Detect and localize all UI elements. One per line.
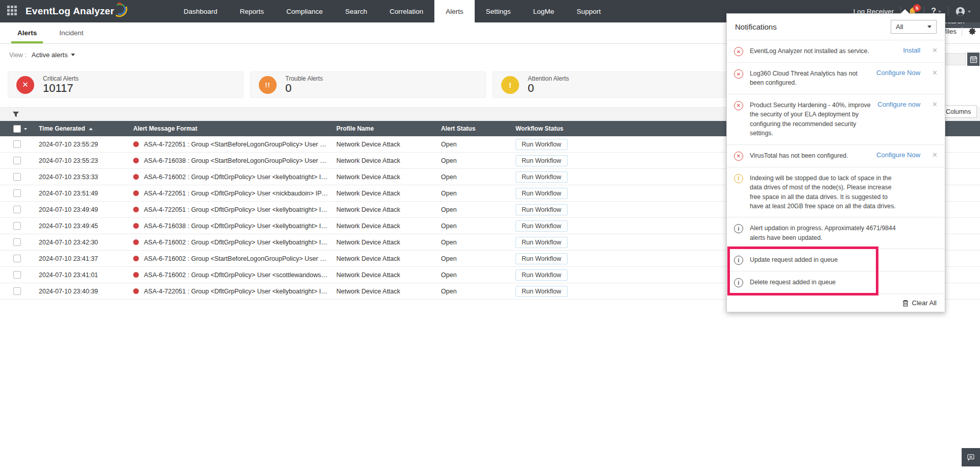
notification-item: i Alert updation in progress. Approximat… bbox=[727, 217, 945, 249]
filter-funnel-icon[interactable] bbox=[12, 111, 19, 118]
header-time-generated[interactable]: Time Generated bbox=[39, 125, 133, 132]
nav-item-reports[interactable]: Reports bbox=[229, 0, 275, 22]
notification-item: ✕ EventLog Analyzer not installed as ser… bbox=[727, 40, 945, 62]
attention-alerts-card[interactable]: ! Attention Alerts 0 bbox=[493, 71, 728, 98]
chevron-down-icon bbox=[927, 26, 932, 30]
run-workflow-button[interactable]: Run Workflow bbox=[516, 286, 568, 297]
row-checkbox[interactable] bbox=[13, 271, 21, 279]
run-workflow-button[interactable]: Run Workflow bbox=[516, 237, 568, 248]
notification-item: i Update request added in queue bbox=[727, 249, 945, 271]
clear-all-button[interactable]: Clear All bbox=[902, 299, 937, 307]
profile-name-cell: Network Device Attack bbox=[336, 190, 441, 197]
nav-item-settings[interactable]: Settings bbox=[475, 0, 522, 22]
view-dropdown[interactable]: Active alerts bbox=[32, 51, 75, 59]
chat-bubble-icon bbox=[966, 453, 975, 462]
time-generated-cell: 2024-07-10 23:55:29 bbox=[39, 141, 98, 148]
avatar-icon bbox=[955, 6, 966, 17]
row-checkbox[interactable] bbox=[13, 206, 21, 213]
select-all-checkbox[interactable] bbox=[13, 125, 21, 133]
profile-name-cell: Network Device Attack bbox=[336, 206, 441, 213]
profile-name-cell: Network Device Attack bbox=[336, 239, 441, 246]
row-checkbox[interactable] bbox=[13, 157, 21, 164]
run-workflow-button[interactable]: Run Workflow bbox=[516, 188, 568, 199]
notifications-filter-value: All bbox=[896, 23, 903, 31]
severity-dot-icon bbox=[133, 158, 139, 163]
time-generated-cell: 2024-07-10 23:41:37 bbox=[39, 255, 98, 262]
run-workflow-button[interactable]: Run Workflow bbox=[516, 253, 568, 264]
header-profile-name[interactable]: Profile Name bbox=[336, 125, 441, 132]
card-label: Trouble Alerts bbox=[285, 75, 323, 82]
close-icon[interactable]: ✕ bbox=[932, 151, 938, 159]
chevron-down-icon bbox=[71, 54, 75, 58]
tab-alerts[interactable]: Alerts bbox=[6, 22, 48, 43]
nav-item-alerts[interactable]: Alerts bbox=[434, 0, 475, 22]
time-generated-cell: 2024-07-10 23:49:49 bbox=[39, 206, 98, 213]
time-generated-cell: 2024-07-10 23:55:23 bbox=[39, 157, 98, 164]
profile-name-cell: Network Device Attack bbox=[336, 223, 441, 230]
calendar-button[interactable] bbox=[967, 53, 979, 66]
notification-status-icon: i bbox=[734, 256, 743, 265]
nav-item-dashboard[interactable]: Dashboard bbox=[173, 0, 229, 22]
row-checkbox[interactable] bbox=[13, 222, 21, 230]
profile-name-cell: Network Device Attack bbox=[336, 271, 441, 279]
row-checkbox[interactable] bbox=[13, 255, 21, 262]
row-checkbox[interactable] bbox=[13, 189, 21, 197]
card-label: Critical Alerts bbox=[43, 75, 79, 82]
close-icon[interactable]: ✕ bbox=[932, 46, 938, 55]
header-alert-message-format[interactable]: Alert Message Format bbox=[133, 125, 336, 132]
nav-item-compliance[interactable]: Compliance bbox=[275, 0, 334, 22]
run-workflow-button[interactable]: Run Workflow bbox=[516, 220, 568, 232]
user-menu[interactable] bbox=[955, 6, 971, 17]
notifications-filter-dropdown[interactable]: All bbox=[891, 20, 937, 34]
severity-dot-icon bbox=[133, 207, 139, 212]
nav-item-logme[interactable]: LogMe bbox=[522, 0, 565, 22]
highlighted-notifications-group: i Update request added in queue i Delete… bbox=[727, 249, 945, 293]
notification-text: Update request added in queue bbox=[750, 255, 838, 264]
notification-action-link[interactable]: Configure now bbox=[877, 101, 920, 108]
tab-incident[interactable]: Incident bbox=[48, 22, 94, 43]
run-workflow-button[interactable]: Run Workflow bbox=[516, 269, 568, 281]
run-workflow-button[interactable]: Run Workflow bbox=[516, 155, 568, 166]
view-dropdown-value: Active alerts bbox=[32, 51, 68, 59]
close-icon[interactable]: ✕ bbox=[932, 101, 938, 109]
row-checkbox[interactable] bbox=[13, 238, 21, 246]
nav-item-support[interactable]: Support bbox=[566, 0, 612, 22]
close-icon[interactable]: ✕ bbox=[932, 69, 938, 77]
card-label: Attention Alerts bbox=[528, 75, 569, 82]
nav-item-search[interactable]: Search bbox=[334, 0, 378, 22]
notification-action-link[interactable]: Install bbox=[903, 46, 920, 54]
trouble-alerts-card[interactable]: !! Trouble Alerts 0 bbox=[250, 71, 486, 98]
notification-item: i Delete request added in queue bbox=[727, 271, 945, 293]
header-alert-status[interactable]: Alert Status bbox=[441, 125, 516, 132]
profile-name-cell: Network Device Attack bbox=[336, 157, 441, 164]
select-options-chevron-icon[interactable] bbox=[24, 128, 27, 132]
run-workflow-button[interactable]: Run Workflow bbox=[516, 139, 568, 150]
sort-ascending-icon bbox=[89, 126, 93, 130]
time-generated-cell: 2024-07-10 23:40:39 bbox=[39, 288, 98, 295]
time-generated-cell: 2024-07-10 23:42:30 bbox=[39, 239, 98, 246]
run-workflow-button[interactable]: Run Workflow bbox=[516, 171, 568, 183]
notification-action-link[interactable]: Configure Now bbox=[876, 151, 920, 159]
alert-status-cell: Open bbox=[441, 174, 516, 181]
row-checkbox[interactable] bbox=[13, 173, 21, 181]
gear-icon[interactable] bbox=[967, 27, 977, 36]
view-selector-row: View : Active alerts bbox=[9, 51, 75, 59]
profile-name-cell: Network Device Attack bbox=[336, 141, 441, 148]
feedback-button[interactable] bbox=[962, 448, 980, 466]
notifications-header: Notifications All bbox=[727, 14, 945, 40]
time-generated-cell: 2024-07-10 23:51:49 bbox=[39, 190, 98, 197]
notifications-footer: Clear All bbox=[727, 293, 945, 312]
notification-text: Alert updation in progress. Approximatel… bbox=[750, 224, 899, 242]
run-workflow-button[interactable]: Run Workflow bbox=[516, 204, 568, 215]
row-checkbox[interactable] bbox=[13, 287, 21, 295]
nav-item-correlation[interactable]: Correlation bbox=[378, 0, 434, 22]
critical-alerts-card[interactable]: ✕ Critical Alerts 10117 bbox=[8, 71, 243, 98]
row-checkbox[interactable] bbox=[13, 140, 21, 148]
alert-message-cell: ASA-4-722051 : Group <StartBeforeLogonGr… bbox=[144, 141, 329, 148]
apps-grid-icon[interactable] bbox=[7, 6, 18, 17]
trouble-icon: !! bbox=[259, 76, 277, 94]
notification-action-link[interactable]: Configure Now bbox=[876, 69, 920, 77]
notification-status-icon: ✕ bbox=[734, 152, 743, 161]
notification-status-icon: i bbox=[734, 174, 743, 183]
main-nav: Dashboard Reports Compliance Search Corr… bbox=[173, 0, 612, 22]
